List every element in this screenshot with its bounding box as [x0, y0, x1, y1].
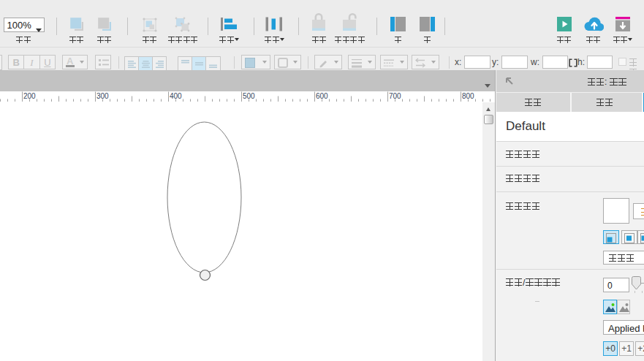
svg-text:600: 600: [316, 92, 328, 100]
svg-text:300: 300: [96, 92, 109, 100]
svg-text:200: 200: [23, 92, 36, 100]
svg-text:700: 700: [389, 92, 401, 100]
svg-text:500: 500: [243, 92, 255, 100]
svg-text:400: 400: [170, 92, 182, 100]
svg-text:800: 800: [462, 92, 474, 100]
